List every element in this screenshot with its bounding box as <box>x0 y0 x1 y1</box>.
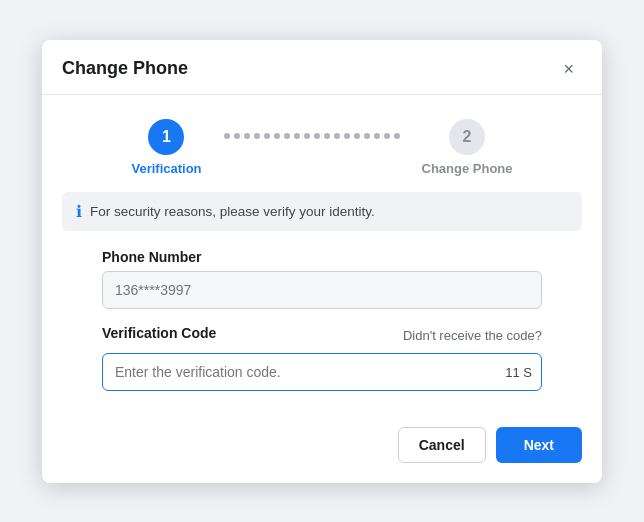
phone-field-label: Phone Number <box>102 249 542 265</box>
step-2-circle: 2 <box>449 119 485 155</box>
form-section: Phone Number Verification Code Didn't re… <box>42 249 602 391</box>
step-1: 1 Verification <box>131 119 201 176</box>
verification-code-input[interactable] <box>102 353 542 391</box>
verification-field-row: Verification Code Didn't receive the cod… <box>102 325 542 347</box>
verification-input-wrapper: 11 S <box>102 353 542 391</box>
stepper: 1 Verification 2 Change Phone <box>42 95 602 192</box>
step-2: 2 Change Phone <box>422 119 513 176</box>
next-button[interactable]: Next <box>496 427 582 463</box>
step-2-label: Change Phone <box>422 161 513 176</box>
verification-field-label: Verification Code <box>102 325 216 341</box>
resend-code-link[interactable]: Didn't receive the code? <box>403 328 542 343</box>
modal-title: Change Phone <box>62 58 188 79</box>
phone-input[interactable] <box>102 271 542 309</box>
modal-header: Change Phone × <box>42 40 602 95</box>
info-banner: ℹ For security reasons, please verify yo… <box>62 192 582 231</box>
close-button[interactable]: × <box>555 56 582 82</box>
info-text: For security reasons, please verify your… <box>90 204 375 219</box>
step-1-label: Verification <box>131 161 201 176</box>
verification-field-group: Verification Code Didn't receive the cod… <box>102 325 542 391</box>
cancel-button[interactable]: Cancel <box>398 427 486 463</box>
modal-footer: Cancel Next <box>42 407 602 483</box>
change-phone-modal: Change Phone × 1 Verification <box>42 40 602 483</box>
step-1-circle: 1 <box>148 119 184 155</box>
phone-field-group: Phone Number <box>102 249 542 309</box>
info-icon: ℹ <box>76 202 82 221</box>
stepper-dots <box>212 133 412 139</box>
